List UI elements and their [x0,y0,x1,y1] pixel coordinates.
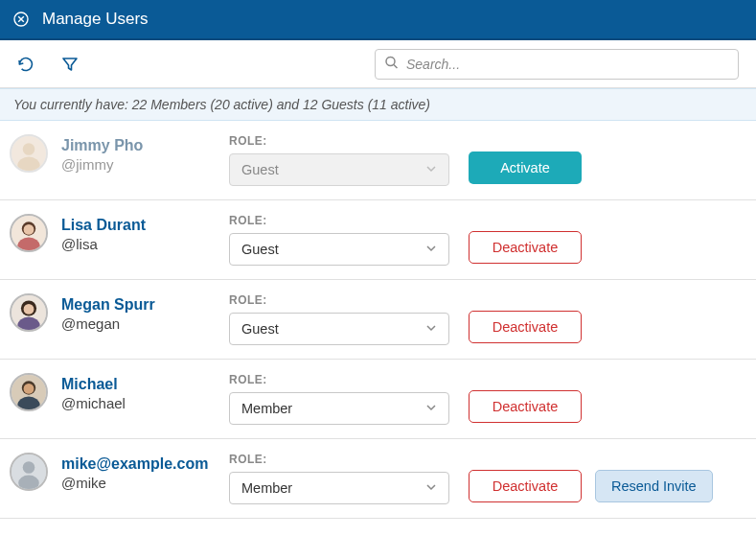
role-block: ROLE: Member [229,453,459,504]
action-block: Activate [469,134,582,184]
activate-button[interactable]: Activate [469,151,582,184]
action-block: Deactivate [469,293,582,343]
svg-point-11 [24,224,34,235]
user-name[interactable]: Lisa Durant [61,216,229,235]
summary-banner: You currently have: 22 Members (20 activ… [0,88,756,121]
user-info: Megan Spurr @megan [61,293,229,334]
role-value: Member [241,480,292,496]
role-block: ROLE: Guest [229,214,459,266]
deactivate-button[interactable]: Deactivate [469,390,582,423]
user-handle: @lisa [61,235,229,254]
avatar[interactable] [10,373,48,411]
chevron-down-icon [425,242,437,257]
deactivate-button[interactable]: Deactivate [469,231,582,264]
role-select: Guest [229,153,449,186]
chevron-down-icon [425,401,437,416]
role-block: ROLE: Guest [229,134,459,186]
summary-text: You currently have: 22 Members (20 activ… [13,97,430,112]
role-label: ROLE: [229,134,459,148]
filter-icon[interactable] [61,56,79,73]
user-handle: @michael [61,394,229,413]
user-name[interactable]: Jimmy Pho [61,136,229,155]
role-select[interactable]: Guest [229,313,449,345]
role-block: ROLE: Member [229,373,459,425]
svg-point-19 [24,384,34,394]
chevron-down-icon [425,480,437,496]
role-value: Guest [241,321,279,337]
user-info: Jimmy Pho @jimmy [61,134,229,175]
page-title: Manage Users [42,10,149,29]
user-info: Michael @michael [61,373,229,413]
role-select[interactable]: Member [229,392,449,425]
user-row: Megan Spurr @megan ROLE: Guest Deactivat… [0,280,756,360]
action-block: Deactivate Resend Invite [469,453,713,502]
user-handle: @megan [61,315,229,334]
user-handle: @mike [61,474,229,493]
close-icon[interactable] [13,12,29,27]
titlebar: Manage Users [0,0,756,40]
role-label: ROLE: [229,214,459,227]
avatar[interactable] [10,214,48,252]
user-row: mike@example.com @mike ROLE: Member Deac… [0,439,756,519]
role-label: ROLE: [229,373,459,386]
resend-invite-button[interactable]: Resend Invite [595,470,713,502]
user-handle: @jimmy [61,155,229,175]
refresh-icon[interactable] [17,56,34,73]
avatar[interactable] [10,134,48,173]
user-row: Lisa Durant @lisa ROLE: Guest Deactivate [0,200,756,280]
user-row: Jimmy Pho @jimmy ROLE: Guest Activate [0,121,756,200]
user-name[interactable]: Megan Spurr [61,295,229,315]
role-value: Member [241,401,292,416]
svg-point-22 [23,461,35,474]
svg-marker-3 [63,58,77,70]
svg-point-15 [24,304,34,315]
role-label: ROLE: [229,453,459,466]
search-input[interactable] [375,49,739,80]
role-value: Guest [241,162,279,177]
role-block: ROLE: Guest [229,293,459,345]
search-wrap [375,49,739,80]
avatar[interactable] [10,453,48,491]
user-info: mike@example.com @mike [61,453,229,493]
toolbar [0,40,756,88]
user-name[interactable]: Michael [61,375,229,394]
role-select[interactable]: Member [229,472,449,504]
svg-point-7 [23,143,35,155]
role-value: Guest [241,242,279,257]
chevron-down-icon [425,162,437,177]
action-block: Deactivate [469,373,582,423]
action-block: Deactivate [469,214,582,264]
deactivate-button[interactable]: Deactivate [469,311,582,343]
user-info: Lisa Durant @lisa [61,214,229,254]
user-row: Michael @michael ROLE: Member Deactivate [0,360,756,439]
chevron-down-icon [425,321,437,337]
role-label: ROLE: [229,293,459,307]
user-name[interactable]: mike@example.com [61,454,229,474]
role-select[interactable]: Guest [229,233,449,266]
user-list: Jimmy Pho @jimmy ROLE: Guest Activate Li… [0,121,756,519]
avatar[interactable] [10,293,48,332]
deactivate-button[interactable]: Deactivate [469,470,582,502]
